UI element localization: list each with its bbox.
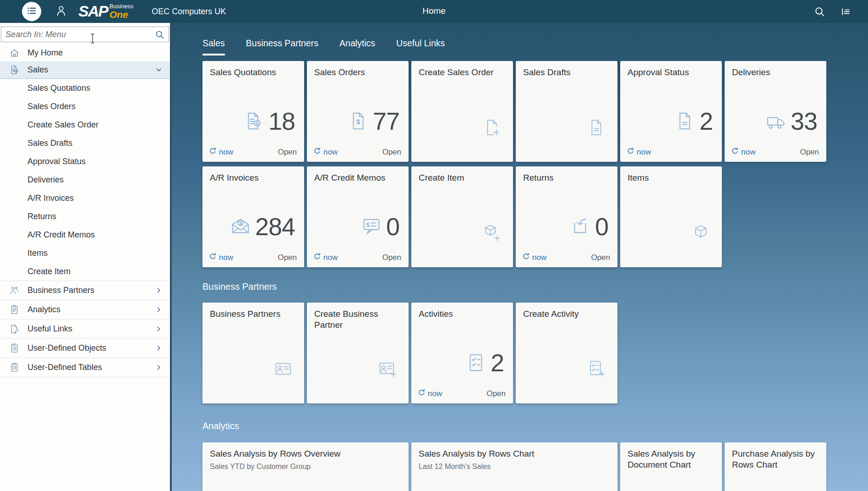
sidebar-search-input[interactable] [5, 30, 155, 39]
tile-footer: nowOpen [313, 253, 401, 263]
open-link[interactable]: Open [800, 148, 819, 157]
open-link[interactable]: Open [382, 148, 401, 157]
sidebar-item-label: Items [27, 248, 48, 258]
tile-footer: nowOpen [418, 389, 506, 399]
topbar: SAP Business One OEC Computers UK Home [0, 0, 868, 23]
tab-bar: SalesBusiness PartnersAnalyticsUseful Li… [202, 23, 868, 55]
tile-sales-drafts[interactable]: Sales Drafts [516, 61, 617, 162]
tile-create-item[interactable]: Create Item [411, 166, 513, 267]
sidebar-item-business-partners[interactable]: Business Partners [0, 281, 170, 300]
refresh-link[interactable]: now [209, 253, 233, 263]
tab-business-partners[interactable]: Business Partners [246, 38, 318, 55]
sidebar-item-user-defined-objects[interactable]: User-Defined Objects [0, 338, 170, 358]
open-link[interactable]: Open [278, 148, 297, 157]
tile-activities[interactable]: Activities2nowOpen [411, 303, 513, 403]
sidebar-menu: My Home$SalesSales QuotationsSales Order… [0, 44, 170, 377]
user-icon [55, 5, 67, 19]
sidebar-item-my-home[interactable]: My Home [0, 44, 170, 61]
tile-create-activity[interactable]: Create Activity [516, 303, 617, 403]
sidebar-item-items[interactable]: Items [0, 244, 170, 262]
refresh-link[interactable]: now [627, 147, 651, 157]
menu-button[interactable] [22, 2, 41, 21]
sidebar-item-user-defined-tables[interactable]: User-Defined Tables [0, 358, 170, 377]
tile-returns[interactable]: Returns0nowOpen [516, 166, 617, 267]
tab-useful-links[interactable]: Useful Links [396, 38, 445, 55]
sales-doc-icon: $ [243, 110, 264, 132]
svg-text:$: $ [366, 221, 370, 228]
tile-row: Sales Analysis by Rows OverviewSales YTD… [202, 442, 868, 491]
tile-kpi: 2 [674, 109, 713, 133]
search-icon[interactable] [814, 6, 825, 17]
sap-business-one-logo: SAP Business One [78, 4, 133, 20]
tile-deliveries[interactable]: Deliveries33nowOpen [725, 61, 826, 162]
sidebar-search [1, 27, 169, 42]
tab-analytics[interactable]: Analytics [339, 38, 375, 55]
tile-items[interactable]: Items [620, 166, 722, 267]
open-link[interactable]: Open [382, 253, 401, 262]
tile-a-r-credit-memos[interactable]: A/R Credit Memos$0nowOpen [307, 166, 409, 267]
tile-title: Activities [411, 303, 513, 320]
sidebar-item-create-sales-order[interactable]: Create Sales Order [0, 116, 170, 134]
sidebar-item-a-r-invoices[interactable]: A/R Invoices [0, 189, 170, 207]
tile-approval-status[interactable]: Approval Status2now [620, 61, 722, 162]
tile-value: 18 [268, 109, 295, 133]
sidebar-item-returns[interactable]: Returns [0, 207, 170, 226]
logo-one-text: One [109, 10, 133, 19]
tile-sales-analysis-by-rows-chart[interactable]: Sales Analysis by Rows ChartLast 12 Mont… [411, 442, 617, 491]
menu-icon [26, 5, 38, 19]
tile-sales-analysis-by-rows-overview[interactable]: Sales Analysis by Rows OverviewSales YTD… [202, 442, 409, 491]
user-button[interactable] [55, 5, 67, 19]
bubble-dollar-icon: $ [361, 216, 382, 237]
refresh-link[interactable]: now [313, 147, 338, 157]
sidebar-item-label: A/R Credit Memos [27, 230, 95, 240]
open-link[interactable]: Open [591, 253, 610, 262]
logo-business-text: Business [109, 4, 133, 10]
refresh-label: now [219, 148, 233, 157]
tile-subtitle: Sales YTD by Customer Group [202, 459, 409, 471]
sidebar-item-a-r-credit-memos[interactable]: A/R Credit Memos [0, 226, 170, 244]
sidebar-item-deliveries[interactable]: Deliveries [0, 171, 170, 189]
tab-sales[interactable]: Sales [202, 38, 225, 55]
sidebar-item-sales-quotations[interactable]: Sales Quotations [0, 79, 170, 97]
tile-sales-orders[interactable]: Sales Orders$77nowOpen [307, 61, 409, 162]
refresh-icon [418, 389, 426, 399]
refresh-link[interactable]: now [313, 253, 338, 263]
refresh-link[interactable]: now [522, 253, 546, 263]
refresh-icon [627, 147, 634, 157]
tile-title: Deliveries [725, 61, 826, 78]
tile-sales-analysis-by-document-chart[interactable]: Sales Analysis by Document Chart [620, 442, 722, 491]
sidebar-item-label: Sales Quotations [27, 83, 90, 93]
tile-a-r-invoices[interactable]: A/R Invoices$284nowOpen [202, 166, 304, 267]
open-link[interactable]: Open [486, 389, 506, 398]
sidebar-item-sales-drafts[interactable]: Sales Drafts [0, 134, 170, 152]
sidebar-item-approval-status[interactable]: Approval Status [0, 152, 170, 171]
sidebar-item-sales-orders[interactable]: Sales Orders [0, 97, 170, 116]
tile-subtitle: Last 12 Month's Sales [411, 459, 617, 471]
sidebar-item-label: Create Item [27, 267, 71, 276]
refresh-link[interactable]: now [731, 147, 755, 157]
sidebar-search-icon[interactable] [155, 30, 164, 39]
tile-business-partners[interactable]: Business Partners [202, 303, 304, 403]
svg-text:$: $ [239, 221, 242, 226]
refresh-label: now [323, 253, 338, 262]
tile-value: 284 [255, 214, 295, 239]
refresh-link[interactable]: now [209, 147, 233, 157]
tile-create-sales-order[interactable]: Create Sales Order [411, 61, 513, 162]
sidebar-item-create-item[interactable]: Create Item [0, 262, 170, 281]
sidebar-item-useful-links[interactable]: Useful Links [0, 319, 170, 338]
tile-title: Create Sales Order [411, 61, 513, 78]
tab-label: Useful Links [396, 38, 445, 48]
sidebar-item-label: Approval Status [27, 157, 86, 166]
doc-dollar-icon: $ [348, 110, 369, 132]
tile-purchase-analysis-by-rows-chart[interactable]: Purchase Analysis by Rows Chart [725, 442, 826, 491]
sidebar-item-sales[interactable]: $Sales [0, 61, 170, 79]
sidebar: My Home$SalesSales QuotationsSales Order… [0, 23, 172, 491]
tile-create-business-partner[interactable]: Create Business Partner [307, 303, 409, 403]
list-icon[interactable] [840, 6, 852, 17]
cube-arrow-icon [570, 216, 591, 237]
tile-sales-quotations[interactable]: Sales Quotations$18nowOpen [202, 61, 304, 162]
sidebar-item-analytics[interactable]: Analytics [0, 300, 170, 319]
tile-value: 2 [491, 350, 504, 375]
refresh-link[interactable]: now [418, 389, 442, 399]
open-link[interactable]: Open [278, 253, 297, 262]
